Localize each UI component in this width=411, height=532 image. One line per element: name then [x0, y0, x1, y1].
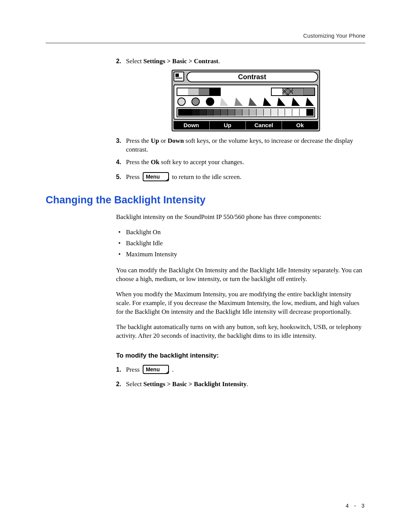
step-3: 3. Press the Up or Down soft keys, or th… — [116, 137, 365, 154]
softkey-cancel[interactable]: Cancel — [246, 121, 282, 129]
circle-icon — [206, 97, 214, 106]
gradient-bar — [177, 107, 315, 117]
gradient-cell — [178, 109, 185, 116]
gray-swatches — [177, 88, 221, 96]
shapes-row — [177, 97, 315, 106]
softkey-row: Down Up Cancel Ok — [174, 121, 318, 129]
swatch-white — [272, 88, 282, 95]
gradient-cell — [221, 109, 228, 116]
step-text: . — [172, 366, 174, 373]
gradient-cell — [307, 109, 314, 116]
lcd-figure: Contrast — [126, 70, 365, 131]
gradient-cell — [278, 109, 285, 116]
menu-key-icon: Menu — [143, 365, 169, 374]
components-list: Backlight On Backlight Idle Maximum Inte… — [116, 227, 365, 260]
gradient-cell — [199, 109, 207, 116]
step-4: 4. Press the Ok soft key to accept your … — [116, 158, 365, 167]
swatch-dark-gray — [199, 88, 209, 95]
swatch-dither-1 — [282, 88, 293, 95]
triangle-icon — [249, 97, 257, 106]
gradient-cell — [285, 109, 292, 116]
step-2: 2. Select Settings > Basic > Backlight I… — [116, 380, 365, 389]
step-2: 2. Select Settings > Basic > Contrast. C… — [116, 57, 365, 131]
window-icon — [174, 72, 184, 81]
page-header: Customizing Your Phone — [46, 33, 365, 43]
step-text: or — [159, 137, 168, 144]
swatch-black — [209, 88, 220, 95]
list-item: Maximum Intensity — [116, 249, 365, 260]
section-heading-backlight: Changing the Backlight Intensity — [46, 194, 365, 206]
swatch-dither-3 — [304, 88, 314, 95]
step-text: Press — [126, 366, 141, 373]
step-bold: Settings > Basic > Contrast — [143, 58, 218, 65]
ok-key-label: Ok — [151, 158, 159, 166]
gradient-cell — [271, 109, 278, 116]
menu-key-icon: Menu — [143, 172, 169, 181]
down-key-label: Down — [168, 137, 184, 144]
gradient-cell — [256, 109, 264, 116]
step-number: 3. — [116, 137, 121, 145]
triangle-icon — [234, 97, 243, 106]
paragraph: The backlight automatically turns on wit… — [116, 323, 365, 340]
step-text: to return to the idle screen. — [172, 173, 241, 181]
dither-swatches — [271, 88, 315, 96]
step-text: . — [218, 58, 220, 65]
step-text: Select — [126, 58, 143, 65]
paragraph: You can modify the Backlight On Intensit… — [116, 266, 365, 284]
step-number: 5. — [116, 173, 121, 181]
gradient-cell — [235, 109, 242, 116]
swatch-row — [177, 88, 315, 96]
step-number: 2. — [116, 57, 121, 66]
step-text: Press the — [126, 158, 151, 166]
step-text: Press the — [126, 137, 151, 144]
softkey-ok[interactable]: Ok — [282, 121, 318, 129]
procedure-subheading: To modify the backlight intensity: — [116, 352, 365, 359]
swatch-dither-2 — [293, 88, 304, 95]
triangle-icon — [306, 97, 314, 106]
softkey-down[interactable]: Down — [174, 121, 209, 129]
softkey-up[interactable]: Up — [210, 121, 245, 129]
step-5: 5. Press Menu to return to the idle scre… — [116, 173, 365, 182]
gradient-cell — [213, 109, 221, 116]
contrast-steps-block: 2. Select Settings > Basic > Contrast. C… — [116, 57, 365, 182]
gradient-cell — [249, 109, 256, 116]
list-item: Backlight On — [116, 227, 365, 238]
lcd-screen: Contrast — [172, 70, 320, 131]
circle-icon — [177, 97, 186, 106]
gradient-cell — [228, 109, 235, 116]
gradient-cell — [185, 109, 192, 116]
triangle-icon — [277, 97, 285, 106]
contrast-steps-list: 2. Select Settings > Basic > Contrast. C… — [116, 57, 365, 182]
lcd-title: Contrast — [186, 72, 318, 82]
triangle-icon — [220, 97, 228, 106]
header-rule — [46, 43, 365, 43]
intro-paragraph: Backlight intensity on the SoundPoint IP… — [116, 213, 365, 222]
step-text: Press — [126, 173, 141, 181]
swatch-light-gray — [188, 88, 199, 95]
paragraph: When you modify the Maximum Intensity, y… — [116, 290, 365, 316]
step-text: soft key to accept your changes. — [159, 158, 244, 166]
content-area: 2. Select Settings > Basic > Contrast. C… — [46, 57, 365, 393]
step-text: Select — [126, 380, 143, 388]
swatch-white — [177, 88, 188, 95]
up-key-label: Up — [151, 137, 159, 144]
gradient-cell — [299, 109, 307, 116]
triangle-icon — [292, 97, 300, 106]
lcd-titlebar: Contrast — [174, 72, 318, 82]
list-item: Backlight Idle — [116, 238, 365, 249]
step-number: 2. — [116, 380, 121, 388]
step-number: 4. — [116, 158, 121, 166]
step-bold: Settings > Basic > Backlight Intensity — [143, 380, 247, 388]
step-text: . — [247, 380, 248, 388]
triangle-icon — [263, 97, 271, 106]
backlight-steps-list: 1. Press Menu . 2. Select Settings > Bas… — [116, 366, 365, 389]
page-number: 4 - 3 — [346, 503, 365, 509]
gradient-cell — [207, 109, 214, 116]
step-number: 1. — [116, 366, 121, 374]
gradient-cell — [242, 109, 250, 116]
circle-icon — [191, 97, 200, 106]
step-1: 1. Press Menu . — [116, 366, 365, 375]
backlight-section: Backlight intensity on the SoundPoint IP… — [116, 213, 365, 389]
running-head: Customizing Your Phone — [46, 33, 365, 39]
gradient-cell — [292, 109, 299, 116]
